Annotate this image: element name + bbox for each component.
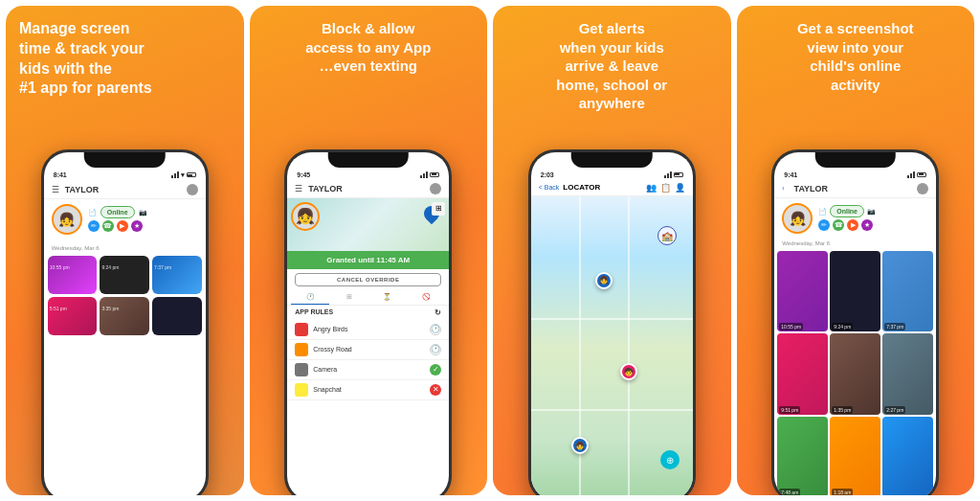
app-name-2: Crossy Road (313, 346, 425, 353)
time-4: 9:41 (784, 171, 797, 178)
camera-app-icon (295, 363, 308, 376)
cancel-override-btn[interactable]: CANCEL OVERRIDE (295, 273, 441, 286)
panel-3-line2: when your kids (506, 38, 718, 57)
angry-birds-icon (295, 323, 308, 336)
rule-status-1: 🕐 (430, 324, 441, 335)
snapchat-icon (295, 383, 308, 397)
app-circle-2: ☎ (102, 220, 114, 232)
pin-face-1: 👧 (599, 276, 609, 285)
tab-row: 🕐 ⊞ ⏳ 🚫 (287, 290, 449, 306)
online-status-4: Online (830, 205, 864, 217)
battery-fill-3 (675, 173, 679, 175)
time-card-5: 3:35 pm (100, 304, 121, 313)
icon-row-4: ✏ ☎ ▶ ★ (818, 219, 876, 231)
person-icon: 👤 (675, 183, 685, 193)
rule-status-2: 🕐 (430, 344, 441, 355)
rule-row-2: Crossy Road 🕐 (287, 340, 449, 360)
tab-hourglass[interactable]: ⏳ (368, 290, 407, 305)
granted-bar: Granted until 11:45 AM (287, 251, 449, 269)
rules-title: APP RULES (295, 308, 333, 317)
status-bar-3: 2:03 (531, 168, 693, 180)
bar1-3 (664, 175, 666, 178)
profile-info-1: 📄 Online 📷 ✏ ☎ ▶ ★ (88, 206, 147, 232)
panel-3-line1: Get alerts (506, 19, 718, 38)
thumb-time-2: 9:24 pm (832, 323, 853, 330)
bar3-3 (670, 171, 672, 178)
battery-icon-4 (917, 172, 926, 177)
tab-block[interactable]: 🚫 (407, 290, 445, 305)
doc-icon: 📄 (88, 209, 97, 216)
panel-manage-screen-time: Manage screen time & track your kids wit… (6, 6, 244, 495)
expand-icon-2: ⊞ (432, 202, 445, 216)
refresh-icon: ↻ (434, 308, 441, 317)
camera-icon: 📷 (139, 209, 147, 216)
app-c1-4: ✏ (818, 219, 830, 231)
status-icons-2 (420, 171, 439, 178)
camera-icon-4: 📷 (867, 208, 876, 216)
time-3: 2:03 (541, 171, 554, 178)
battery-icon-2 (430, 172, 439, 177)
people-icon: 👥 (646, 183, 657, 193)
bar3-2 (426, 171, 428, 178)
app-name-3: Camera (313, 366, 425, 373)
profile-section-4: 👧 📄 Online 📷 ✏ ☎ ▶ ★ (774, 198, 936, 239)
panel-3-line5: anywhere (506, 94, 718, 113)
avatar-map: 👧 (291, 202, 320, 231)
tab-clock[interactable]: 🕐 (291, 290, 329, 305)
panel-screenshots: Get a screenshot view into your child's … (737, 6, 975, 495)
avatar-face-1: 👧 (54, 206, 80, 233)
avatar-face-4: 👧 (784, 205, 811, 232)
thumb-time-8: 1:18 am (832, 489, 853, 495)
phone-mockup-2: 9:45 ☰ TAYLOR (276, 149, 461, 495)
bar2-2 (423, 173, 425, 178)
app-name-4: Snapchat (313, 386, 425, 393)
app-card-3: 7:37 pm (152, 256, 202, 294)
rule-status-3: ✓ (430, 364, 441, 376)
map-area-3: 👧 🧒 👧 🏫 ⊕ (531, 196, 693, 495)
panel-4-line3: child's online (750, 57, 962, 76)
thumb-2: 9:24 pm (830, 251, 880, 331)
rule-row-1: Angry Birds 🕐 (287, 320, 449, 340)
phone-mockup-4: 9:41 ‹ TAYLOR (763, 149, 948, 495)
thumb-time-3: 7:37 pm (884, 323, 905, 330)
bar1-2 (420, 175, 422, 178)
app-card-6 (152, 297, 202, 335)
back-btn-3[interactable]: < Back (539, 184, 560, 191)
locate-btn[interactable]: ⊕ (660, 450, 679, 469)
icon-row-1: ✏ ☎ ▶ ★ (88, 220, 147, 232)
status-icons-1: ▾ (171, 171, 196, 179)
pin-face-3: 👧 (575, 442, 585, 450)
screenshot-row-3: 7:48 am 1:18 am (777, 417, 933, 495)
time-card-1: 10:55 pm (48, 262, 72, 272)
crossy-road-icon (295, 343, 308, 356)
app-c4-4: ★ (861, 219, 873, 231)
app-name-1: Angry Birds (313, 326, 425, 332)
tab-grid[interactable]: ⊞ (329, 290, 368, 305)
screen1-content: Wednesday, Mar 6 10:55 pm 9:24 pm 7:37 p… (44, 239, 206, 495)
bar2-4 (910, 173, 912, 178)
app-card-4: 5:51 pm (48, 297, 98, 335)
screenshot-row-2: 9:51 pm 1:35 pm 2:27 pm (777, 333, 933, 414)
road-h1 (531, 318, 693, 320)
avatar-face-2: 👧 (293, 204, 318, 229)
menu-icon-1: ☰ (52, 185, 59, 194)
battery-fill-2 (432, 173, 436, 175)
bar1-4 (907, 175, 909, 178)
app-row-2: 5:51 pm 3:35 pm (48, 297, 202, 335)
time-card-4: 5:51 pm (48, 304, 69, 313)
status-bar-1: 8:41 ▾ (44, 168, 206, 181)
time-card-3: 7:37 pm (152, 262, 173, 272)
panel-1-line4: #1 app for parents (19, 79, 231, 99)
screen-4: 9:41 ‹ TAYLOR (774, 152, 936, 495)
phone-mockup-1: 8:41 ▾ ☰ TAYLOR (35, 149, 213, 495)
rule-status-4: ✕ (430, 384, 441, 396)
rule-row-3: Camera ✓ (287, 360, 449, 380)
screen-3: 2:03 < Back LOCATOR (531, 152, 693, 495)
panel-4-line4: activity (750, 76, 962, 95)
school-icon-3: 🏫 (657, 226, 677, 245)
road-h2 (531, 409, 693, 411)
pin-face-2: 🧒 (624, 368, 634, 376)
time-2: 9:45 (297, 171, 310, 178)
thumb-7: 7:48 am (777, 417, 828, 495)
gear-icon-2 (430, 183, 441, 194)
